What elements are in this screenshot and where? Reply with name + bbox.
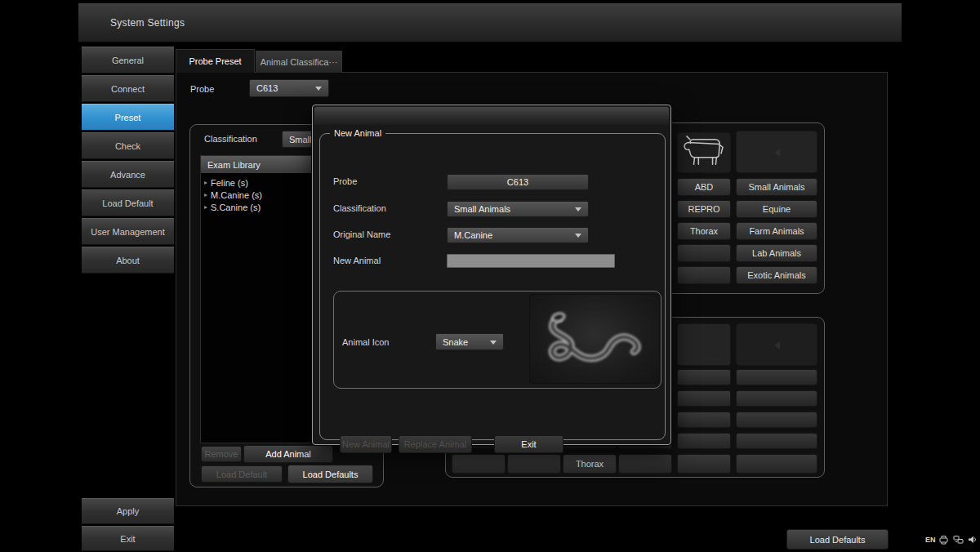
- apply-button[interactable]: Apply: [82, 498, 174, 524]
- tab-animal-classification[interactable]: Animal Classifica···: [256, 51, 342, 73]
- new-animal-name-input[interactable]: [447, 254, 615, 268]
- load-default-button[interactable]: Load Default: [201, 465, 283, 483]
- arrow-left-icon: [774, 149, 780, 157]
- animal-icon-section: Animal Icon Snake: [333, 291, 662, 389]
- tab-probe-preset[interactable]: Probe Preset: [176, 49, 255, 73]
- modal-classification-label: Classification: [333, 203, 386, 213]
- animal-button[interactable]: [677, 244, 731, 262]
- speaker-icon: [967, 535, 978, 545]
- modal-new-animal-label: New Animal: [333, 256, 381, 265]
- exam-image-tile: [677, 323, 731, 366]
- exam-button[interactable]: [677, 369, 731, 385]
- exam-button[interactable]: [736, 433, 817, 449]
- exam-button[interactable]: [677, 390, 731, 407]
- sidebar-item-user-management[interactable]: User Management: [82, 218, 174, 245]
- snake-icon: [530, 295, 659, 383]
- replace-animal-button[interactable]: Replace Animal: [399, 435, 472, 453]
- dialog-legend: New Animal: [330, 128, 385, 138]
- exam-image-tile: [736, 323, 817, 366]
- network-icon: [953, 535, 964, 545]
- exam-button[interactable]: [736, 454, 817, 474]
- cow-icon: [678, 133, 730, 171]
- remove-button[interactable]: Remove: [201, 446, 242, 462]
- sidebar-item-about[interactable]: About: [82, 247, 174, 274]
- abd-button[interactable]: ABD: [677, 178, 731, 196]
- chevron-down-icon: [575, 234, 581, 238]
- exam-button[interactable]: [677, 412, 731, 428]
- animal-icon-select[interactable]: Snake: [435, 333, 504, 350]
- chevron-down-icon: [490, 341, 497, 345]
- dialog-exit-button[interactable]: Exit: [494, 435, 564, 453]
- new-animal-fieldset: New Animal Probe C613 Classification Sma…: [319, 128, 666, 440]
- new-animal-dialog: New Animal Probe C613 Classification Sma…: [312, 105, 671, 445]
- dialog-title-bar: [314, 107, 669, 125]
- equine-button[interactable]: Equine: [736, 200, 817, 218]
- tree-arrow-icon: ▸: [201, 191, 211, 198]
- exotic-animals-button[interactable]: Exotic Animals: [736, 266, 817, 284]
- sidebar-item-check[interactable]: Check: [82, 132, 174, 159]
- sidebar-item-advance[interactable]: Advance: [82, 161, 174, 188]
- animal-icon-label: Animal Icon: [342, 337, 389, 347]
- exit-button[interactable]: Exit: [82, 526, 174, 551]
- small-animals-button[interactable]: Small Animals: [736, 178, 817, 196]
- animal-button[interactable]: [677, 266, 731, 284]
- language-indicator: EN: [925, 536, 936, 544]
- add-animal-button[interactable]: Add Animal: [243, 445, 333, 463]
- thorax-exam-button[interactable]: Thorax: [563, 454, 617, 474]
- farm-animals-button[interactable]: Farm Animals: [736, 222, 817, 240]
- exam-button[interactable]: [736, 412, 817, 428]
- arrow-left-icon: [774, 341, 780, 349]
- system-settings-screen: System Settings General Connect Preset C…: [0, 0, 980, 552]
- exam-button[interactable]: [507, 454, 561, 474]
- new-animal-button[interactable]: New Animal: [340, 435, 392, 453]
- probe-label: Probe: [190, 84, 214, 94]
- cow-image-tile: [677, 132, 731, 173]
- tree-arrow-icon: ▸: [201, 203, 211, 211]
- probe-select[interactable]: C613: [249, 79, 329, 97]
- thorax-button[interactable]: Thorax: [677, 222, 731, 240]
- modal-probe-value: C613: [447, 174, 589, 190]
- sidebar-item-general[interactable]: General: [82, 47, 174, 73]
- modal-original-name-select[interactable]: M.Canine: [447, 227, 589, 243]
- lab-animals-button[interactable]: Lab Animals: [736, 244, 817, 262]
- modal-original-name-label: Original Name: [333, 229, 390, 239]
- exam-button[interactable]: [452, 454, 506, 474]
- exam-button[interactable]: [618, 454, 672, 474]
- page-title: System Settings: [110, 17, 185, 29]
- animal-icon-preview: [529, 294, 660, 384]
- sidebar-item-connect[interactable]: Connect: [82, 75, 174, 102]
- classification-label: Classification: [204, 134, 257, 144]
- exam-button[interactable]: [677, 454, 731, 474]
- tree-arrow-icon: ▸: [201, 179, 211, 186]
- printer-icon: [939, 535, 950, 545]
- repro-button[interactable]: REPRO: [677, 200, 731, 218]
- sidebar-item-load-default[interactable]: Load Default: [82, 189, 174, 216]
- title-bar: System Settings: [78, 3, 902, 42]
- exam-button[interactable]: [677, 433, 731, 449]
- chevron-down-icon: [575, 207, 581, 211]
- exam-button[interactable]: [736, 369, 817, 385]
- load-defaults-button-panel[interactable]: Load Defaults: [287, 465, 373, 483]
- modal-classification-select[interactable]: Small Animals: [447, 201, 589, 217]
- status-tray: EN: [925, 535, 978, 545]
- modal-probe-label: Probe: [333, 176, 357, 186]
- sidebar-item-preset[interactable]: Preset: [82, 104, 174, 131]
- chevron-down-icon: [315, 87, 322, 91]
- load-defaults-button-footer[interactable]: Load Defaults: [786, 529, 889, 550]
- exam-button[interactable]: [736, 390, 817, 407]
- animal-image-tile: [736, 131, 817, 173]
